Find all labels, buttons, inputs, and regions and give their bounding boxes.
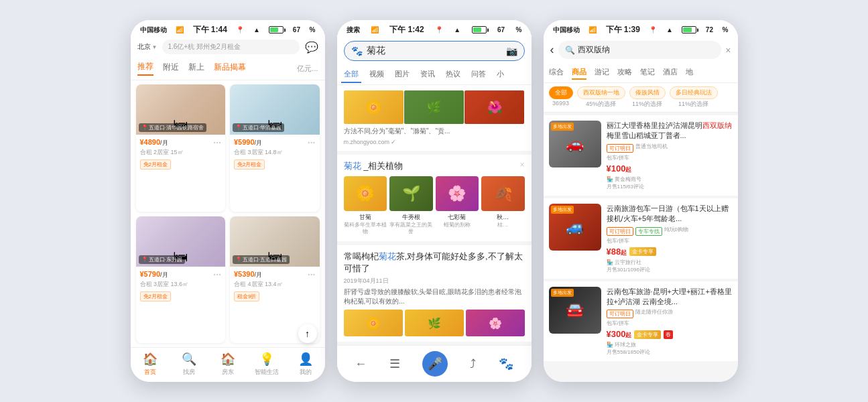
rental-search-bar[interactable]: 1.6亿+杭 郑州免2月租金 (162, 40, 299, 54)
related-item-burdock[interactable]: 🌱 牛蒡根 享有蔬菜之王的美誉 (389, 176, 433, 236)
share-button-2[interactable]: ⤴ (470, 357, 476, 371)
colorful-name: 七彩菊 (448, 213, 466, 222)
baidu-nav-tabs: 全部 视频 图片 资讯 热议 问答 小 (337, 65, 532, 85)
nav-home[interactable]: 🏠 首页 (131, 352, 170, 377)
tab-new[interactable]: 新上 (188, 62, 204, 75)
listing-card-1[interactable]: 🛏 📍五道口·清华园铁路宿舍 ¥4890/月 ··· 合租 2居室 15㎡ 免2… (136, 84, 226, 212)
cat-tab-guide[interactable]: 攻略 (617, 66, 632, 80)
phone1-header: 北京 ▼ 1.6亿+杭 郑州免2月租金 💬 (131, 37, 325, 57)
product-card-1[interactable]: 🚗 多地出发 丽江大理香格里拉泸沽湖昆明西双版纳梅里雪山稻城亚丁普者... 可订… (544, 115, 738, 196)
filter-tag-dai[interactable]: 傣族风情 (629, 86, 666, 99)
article-card-1: 常喝枸杞菊花茶,对身体可能好处多多,不了解太可惜了 2019年04月11日 肝肾… (337, 245, 532, 342)
signal-1: ▲ (253, 26, 260, 34)
mic-button[interactable]: 🎤 (422, 351, 448, 377)
product-card-3[interactable]: 🚘 多地出发 云南包车旅游·昆明+大理+丽江+香格里拉+泸沽湖 云南全境... … (544, 281, 738, 362)
tab-all[interactable]: 全部 (341, 66, 361, 83)
tab-recommend[interactable]: 推荐 (137, 61, 153, 76)
location-label[interactable]: 北京 ▼ (137, 42, 158, 52)
tab-more[interactable]: 小 (494, 66, 507, 83)
scroll-up-button[interactable]: ↑ (298, 324, 317, 343)
article-img-2: 🌿 (405, 310, 464, 336)
filter-dai[interactable]: 傣族风情 11%的选择 (629, 86, 666, 109)
gps-icon-1: 📍 (236, 26, 244, 34)
listing-info-3: ¥5790/月 ··· 合租 3居室 13.6㎡ 免2月租金 (136, 267, 226, 305)
cat-tab-map[interactable]: 地 (686, 66, 693, 80)
more-icon-4[interactable]: ··· (308, 270, 316, 279)
season-tag-3: 春 (664, 330, 673, 339)
nav-profile[interactable]: 👤 我的 (286, 352, 325, 377)
battery-3 (682, 26, 696, 34)
tab-new-products[interactable]: 新品揭幕 (214, 62, 246, 75)
filter-tag-local[interactable]: 西双版纳一地 (577, 86, 625, 99)
tag-bookable-2: 可订明日 (607, 227, 633, 236)
message-icon[interactable]: 💬 (305, 41, 318, 54)
phone-3-mafengwo: 中国移动 📶 下午 1:39 📍 ▲ 72% ‹ 🔍 西双版纳 × 综合 商品 … (544, 20, 738, 382)
result-img-1: 🌼 (344, 90, 404, 124)
listing-img-2: 🛏 📍五道口·华清嘉园 (230, 84, 320, 135)
listing-card-2[interactable]: 🛏 📍五道口·华清嘉园 ¥5990/月 ··· 合租 3居室 14.8㎡ 免2月… (230, 84, 320, 212)
cat-tab-products[interactable]: 商品 (572, 66, 586, 80)
battery-1 (269, 26, 284, 34)
cat-tab-notes[interactable]: 笔记 (640, 66, 655, 80)
cat-tab-hotel[interactable]: 酒店 (663, 66, 678, 80)
tab-images[interactable]: 图片 (392, 66, 412, 83)
product-card-2[interactable]: 🚙 多地出发 云南旅游包车一日游（包车1天以上赠接机/火车+5年驾龄老... 可… (544, 198, 738, 279)
tab-news[interactable]: 资讯 (418, 66, 438, 83)
gold-tag-3: 金卡专享 (634, 330, 661, 339)
menu-button-2[interactable]: ☰ (389, 356, 400, 371)
cat-tab-diary[interactable]: 游记 (595, 66, 609, 80)
related-item-colorful[interactable]: 🌸 七彩菊 蜡菊的别称 (436, 176, 479, 236)
filter-tag-all[interactable]: 全部 (549, 86, 573, 99)
related-plants-section: 菊花 _相关植物 × 🌼 甘菊 菊科多年生草本植物 🌱 (337, 155, 532, 241)
related-item-ganju[interactable]: 🌼 甘菊 菊科多年生草本植物 (344, 176, 387, 236)
nav-smart-life[interactable]: 💡 智能生活 (247, 352, 286, 377)
baidu-search-box[interactable]: 🐾 菊花 📷 (344, 41, 525, 61)
gps-icon-2: 📍 (435, 26, 443, 34)
clear-search-button[interactable]: × (725, 45, 731, 56)
nav-landlord[interactable]: 🏠 房东 (208, 352, 247, 377)
filter-local[interactable]: 西双版纳一地 45%的选择 (577, 86, 625, 109)
rental-tabs: 推荐 附近 新上 新品揭幕 亿元... (131, 57, 325, 80)
product-img-1: 🚗 多地出发 (549, 121, 601, 168)
listing-price-2: ¥5990/月 ··· (234, 138, 316, 147)
camera-icon[interactable]: 📷 (506, 46, 517, 56)
filter-all[interactable]: 全部 36993 (549, 86, 573, 109)
tab-hot[interactable]: 热议 (443, 66, 463, 83)
related-suffix: _相关植物 (363, 161, 403, 171)
more-icon-3[interactable]: ··· (213, 270, 221, 279)
article-excerpt-1: 肝肾亏虚导致的腰膝酸软,头晕目眩,眼睛花多泪的患者经常泡枸杞菊,可以有效的... (344, 287, 525, 306)
product-info-1: 丽江大理香格里拉泸沽湖昆明西双版纳梅里雪山稻城亚丁普者... 可订明日 普通当地… (607, 121, 733, 190)
listing-info-4: ¥5390/月 ··· 合租 4居室 13.4㎡ 租金9折 (230, 267, 320, 305)
mafengwo-search-bar[interactable]: 🔍 西双版纳 (558, 41, 722, 59)
cat-tab-all[interactable]: 综合 (549, 66, 564, 80)
time-2: 下午 1:42 (389, 24, 424, 36)
nav-find-room[interactable]: 🔍 找房 (170, 352, 208, 377)
price-3: ¥300起 (607, 329, 632, 340)
colorful-desc: 蜡菊的别称 (444, 222, 471, 228)
filter-tag-classic[interactable]: 多日经典玩法 (670, 86, 718, 99)
burdock-name: 牛蒡根 (402, 213, 420, 222)
more-icon-1[interactable]: ··· (213, 138, 221, 147)
tab-qa[interactable]: 问答 (469, 66, 489, 83)
tag-bookable-3: 可订明日 (607, 310, 633, 318)
shop-2: 🏪 云宇旅行社 (607, 259, 733, 266)
paw-button-2[interactable]: 🐾 (499, 356, 513, 371)
more-icon-2[interactable]: ··· (308, 138, 316, 147)
back-button-3[interactable]: ‹ (550, 43, 554, 57)
back-button-2[interactable]: ← (355, 357, 367, 371)
search-query: 菊花 (367, 45, 502, 57)
filter-classic[interactable]: 多日经典玩法 11%的选择 (670, 86, 718, 109)
product-tags-1: 可订明日 普通当地司机 (607, 143, 733, 153)
filter-sub-classic: 11%的选择 (678, 100, 708, 109)
listing-info-1: ¥4890/月 ··· 合租 2居室 15㎡ 免2月租金 (136, 135, 226, 173)
related-item-autumn[interactable]: 🍂 秋… 桔… (481, 176, 525, 236)
tab-video[interactable]: 视频 (367, 66, 387, 83)
listing-card-3[interactable]: 🛏 📍五道口·东升园 ¥5790/月 ··· 合租 3居室 13.6㎡ 免2月租… (136, 216, 226, 344)
result-images: 🌼 🌿 🌺 (344, 90, 525, 124)
gps-3: 📍 (649, 26, 657, 34)
autumn-desc: 桔… (497, 222, 508, 228)
tab-nearby[interactable]: 附近 (163, 62, 179, 75)
phone-1-rental: 中国移动 📶 下午 1:44 📍 ▲ 67% 北京 ▼ 1.6亿+杭 郑州免2月… (131, 20, 325, 382)
close-related[interactable]: × (519, 160, 524, 170)
listing-tag-2: 免2月租金 (234, 159, 265, 170)
